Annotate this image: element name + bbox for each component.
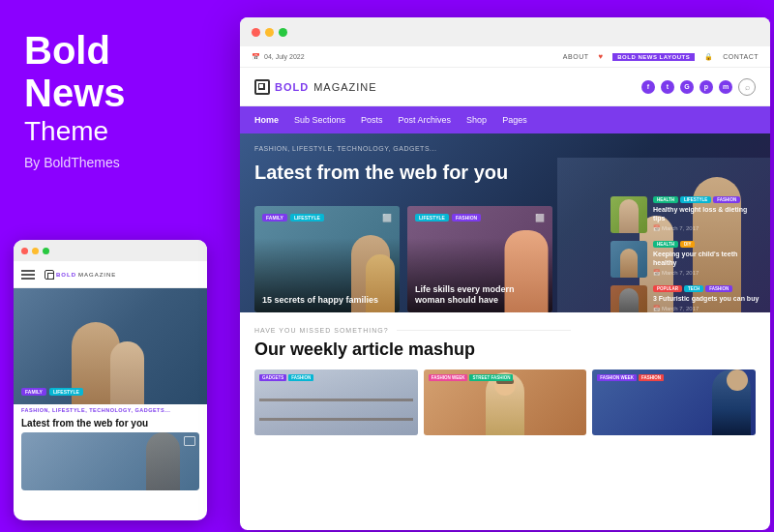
twitter-icon[interactable]: t	[661, 80, 674, 94]
calendar-icon: 📅	[252, 53, 260, 61]
mobile-category-bar: FAMILY LIFESTYLE	[21, 388, 199, 396]
nav-posts[interactable]: Posts	[361, 115, 383, 125]
sa2-date-text: March 7, 2017	[662, 270, 699, 276]
topbar-left: 📅 04, July 2022	[252, 53, 305, 61]
gc3-person-head	[727, 369, 748, 391]
grid-card-3-tags: FASHION WEEK FASHION	[597, 374, 664, 381]
brand-title-line1: Bold	[24, 29, 216, 72]
card1-tags: FAMILY LIFESTYLE	[262, 214, 324, 222]
nav-pages[interactable]: Pages	[502, 115, 527, 125]
topbar-links: ABOUT ♥ BOLD NEWS LAYOUTS 🔒 CONTACT	[563, 52, 759, 61]
site-topbar: 📅 04, July 2022 ABOUT ♥ BOLD NEWS LAYOUT…	[240, 46, 770, 68]
mobile-categories-text: FASHION, LIFESTYLE, TECHNOLOGY, GADGETS.…	[14, 404, 207, 416]
sidebar-thumb-2	[610, 241, 647, 278]
article-card-2[interactable]: LIFESTYLE FASHION ⬜ Life skills every mo…	[407, 206, 552, 312]
gc3-tag-fashion: FASHION	[639, 374, 664, 381]
mobile-dot-green	[43, 248, 49, 254]
section-title: Our weekly article mashup	[254, 340, 756, 360]
article-grid: GADGETS FASHION FASHION WEEK STREET FASH…	[254, 369, 756, 435]
mobile-dot-yellow	[32, 248, 39, 254]
heart-icon: ♥	[598, 52, 603, 61]
sa1-title: Healthy weight loss & dieting tips	[653, 205, 760, 222]
gc3-tag-fashionweek: FASHION WEEK	[597, 374, 637, 381]
section-hint: HAVE YOU MISSED SOMETHING?	[254, 327, 756, 334]
header-social-icons: f t G p m ⌕	[641, 78, 756, 96]
browser-dot-yellow	[265, 28, 274, 37]
site-logo: BOLD MAGAZINE	[254, 79, 377, 95]
thumb2-person	[620, 249, 638, 278]
nav-post-archives[interactable]: Post Archives	[399, 115, 452, 125]
grid-card-1[interactable]: GADGETS FASHION	[254, 369, 418, 435]
pinterest-icon[interactable]: p	[700, 80, 713, 94]
brand-subtitle: Theme	[24, 116, 216, 147]
sidebar-article-3-content: POPULAR TECH FASHION 3 Futuristic gadget…	[653, 285, 760, 311]
sa1-date-text: March 7, 2017	[662, 225, 699, 231]
card2-tag-fashion: FASHION	[452, 214, 481, 222]
card2-tag-lifestyle: LIFESTYLE	[415, 214, 449, 222]
logo-magazine: MAGAZINE	[313, 81, 376, 93]
card1-tag-lifestyle: LIFESTYLE	[290, 214, 324, 222]
hamburger-icon	[21, 270, 35, 280]
shelf1	[259, 418, 413, 421]
grid-card-2-tags: FASHION WEEK STREET FASHION	[429, 374, 514, 381]
sidebar-article-2[interactable]: HEALTH DIY Keeping your child's teeth he…	[610, 241, 760, 278]
sa3-tag-popular: POPULAR	[653, 285, 682, 292]
thumb3-device	[619, 288, 639, 312]
mobile-tag-family: FAMILY	[21, 388, 46, 396]
browser-chrome	[240, 17, 770, 46]
sidebar-article-2-tags: HEALTH DIY	[653, 241, 760, 248]
googleplus-icon[interactable]: G	[680, 80, 694, 94]
mobile-mockup: BOLD MAGAZINE FAMILY LIFESTYLE FASHION, …	[14, 240, 207, 520]
mobile-logo-mag: MAGAZINE	[78, 272, 116, 278]
sidebar-article-1[interactable]: HEALTH LIFESTYLE FASHION Healthy weight …	[610, 196, 760, 233]
card2-image-icon: ⬜	[535, 214, 545, 222]
mobile-logo-bold: BOLD	[56, 272, 76, 278]
logo-bold: BOLD	[275, 81, 309, 93]
hero-categories: FASHION, LIFESTYLE, TECHNOLOGY, GADGETS.…	[254, 145, 436, 152]
nav-sub-sections[interactable]: Sub Sections	[294, 115, 345, 125]
sidebar-thumb-1	[610, 196, 647, 233]
email-icon[interactable]: m	[719, 80, 732, 94]
sa3-tag-tech: TECH	[684, 285, 703, 292]
article-card-1[interactable]: FAMILY LIFESTYLE ⬜ 15 secrets of happy f…	[254, 206, 400, 312]
sa1-tag-health: HEALTH	[653, 196, 678, 203]
facebook-icon[interactable]: f	[641, 80, 655, 94]
mobile-top-bar	[14, 240, 207, 261]
card2-title: Life skills every modern woman should ha…	[415, 284, 545, 307]
mobile-hero: FAMILY LIFESTYLE	[14, 288, 207, 404]
logo-icon	[254, 79, 270, 95]
sidebar-thumb-3	[610, 285, 647, 312]
grid-card-3[interactable]: FASHION WEEK FASHION	[592, 369, 756, 435]
grid-card-2[interactable]: FASHION WEEK STREET FASHION	[424, 369, 587, 435]
browser-window: 📅 04, July 2022 ABOUT ♥ BOLD NEWS LAYOUT…	[240, 17, 770, 530]
sidebar-article-2-content: HEALTH DIY Keeping your child's teeth he…	[653, 241, 760, 276]
sa1-tag-fashion: FASHION	[713, 196, 740, 203]
mobile-nav: BOLD MAGAZINE	[14, 261, 207, 288]
topbar-contact[interactable]: CONTACT	[723, 53, 759, 60]
browser-dot-green	[279, 28, 287, 37]
sidebar-article-3-tags: POPULAR TECH FASHION	[653, 285, 760, 292]
sa3-date-text: March 7, 2017	[662, 306, 699, 311]
topbar-about[interactable]: ABOUT	[563, 53, 589, 60]
search-button[interactable]: ⌕	[738, 78, 756, 96]
grid-card-1-tags: GADGETS FASHION	[259, 374, 313, 381]
image-icon	[184, 436, 195, 446]
weekly-section: HAVE YOU MISSED SOMETHING? Our weekly ar…	[240, 312, 770, 450]
sidebar-article-3[interactable]: POPULAR TECH FASHION 3 Futuristic gadget…	[610, 285, 760, 312]
sa1-tag-lifestyle: LIFESTYLE	[680, 196, 711, 203]
card2-bottom: Life skills every modern woman should ha…	[407, 279, 552, 312]
thumb1-person	[619, 199, 639, 233]
gc2-tag-street: STREET FASHION	[469, 374, 513, 381]
gc2-tag-fashionweek: FASHION WEEK	[429, 374, 468, 381]
sidebar-article-1-content: HEALTH LIFESTYLE FASHION Healthy weight …	[653, 196, 760, 231]
mobile-logo-icon	[45, 270, 54, 280]
nav-shop[interactable]: Shop	[466, 115, 487, 125]
nav-home[interactable]: Home	[254, 115, 279, 125]
hero-section: FASHION, LIFESTYLE, TECHNOLOGY, GADGETS.…	[240, 133, 770, 312]
lock-icon: 🔒	[704, 53, 713, 61]
card1-title: 15 secrets of happy families	[262, 295, 392, 307]
mobile-tag-lifestyle: LIFESTYLE	[49, 388, 83, 396]
gc1-tag-fashion: FASHION	[288, 374, 313, 381]
topbar-bold-news[interactable]: BOLD NEWS LAYOUTS	[612, 53, 695, 61]
sa2-date: 📅 March 7, 2017	[653, 269, 760, 276]
